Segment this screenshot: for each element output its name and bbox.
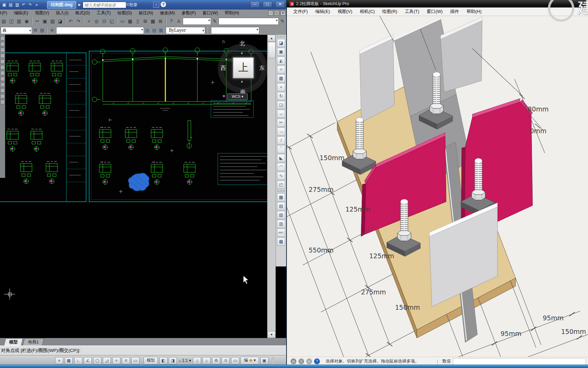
- acad-menu-插入(I)[interactable]: 插入(I): [52, 10, 72, 16]
- sketchup-viewport[interactable]: 80mm0mm150mm275mm125mm550mm125mm275mm150…: [287, 16, 588, 357]
- annotation-visibility-icon[interactable]: ◬: [202, 357, 211, 364]
- sketchup-menu-视图(V)[interactable]: 视图(V): [334, 9, 356, 15]
- toolbar-icon[interactable]: ?: [168, 17, 175, 25]
- toolbar-icon[interactable]: ▩: [149, 17, 156, 25]
- toolbar-icon[interactable]: ◎: [93, 17, 100, 25]
- draworder-tool-icon[interactable]: ▦: [277, 237, 285, 246]
- search-input[interactable]: [83, 2, 126, 8]
- annotate-icon[interactable]: ✎: [279, 17, 286, 25]
- docked-toolbar[interactable]: [0, 35, 5, 178]
- qat-icon[interactable]: ▥: [14, 2, 20, 8]
- status-toggle-icon[interactable]: ∟: [74, 357, 82, 364]
- draworder-tool-icon[interactable]: ▩: [277, 193, 285, 201]
- modify-tool-icon[interactable]: ↔: [277, 110, 285, 118]
- acad-menu-视图(V)[interactable]: 视图(V): [32, 10, 53, 16]
- modify-tool-icon[interactable]: ∿: [277, 172, 285, 180]
- modify-tool-icon[interactable]: ▣: [277, 48, 285, 56]
- layer-state-icon[interactable]: ▨: [151, 27, 158, 34]
- acad-menu-窗口(W)[interactable]: 窗口(W): [199, 10, 221, 16]
- toolbar-icon[interactable]: ▯: [134, 17, 141, 25]
- toolbar-icon[interactable]: ✂: [34, 17, 40, 25]
- mdi-restore-button[interactable]: ◱: [274, 11, 279, 16]
- gear-icon[interactable]: ⚙: [212, 357, 220, 364]
- toolbar-icon[interactable]: ▥: [16, 17, 22, 25]
- doctab-arrow-icon[interactable]: ▶: [78, 3, 81, 6]
- acad-menu-工具(T)[interactable]: 工具(T): [93, 10, 114, 16]
- status-toggle-icon[interactable]: ▦: [65, 357, 73, 364]
- help-icon[interactable]: ?: [161, 2, 166, 7]
- acad-menu-修改(M)[interactable]: 修改(M): [157, 10, 178, 16]
- scroll-up-button[interactable]: ▲: [267, 35, 276, 42]
- tab-布局1[interactable]: 布局1: [22, 338, 44, 346]
- draworder-tool-icon[interactable]: ▧: [277, 211, 285, 219]
- status-icon[interactable]: ?: [314, 358, 320, 364]
- maximize-button[interactable]: □: [263, 1, 272, 8]
- toolbar-icon[interactable]: ▦: [127, 17, 133, 25]
- alert-icon[interactable]: !: [153, 2, 159, 8]
- toolbar-icon[interactable]: ▧: [49, 17, 56, 25]
- modify-tool-icon[interactable]: ◣: [277, 154, 285, 162]
- layer-properties-icon[interactable]: ≋: [49, 27, 55, 34]
- modify-tool-icon[interactable]: ↻: [277, 92, 285, 100]
- draworder-tool-icon[interactable]: ABC: [277, 229, 285, 237]
- status-toggle-icon[interactable]: ≡: [122, 357, 130, 364]
- annotation-visibility-icon[interactable]: ◬: [193, 357, 201, 364]
- sketchup-menu-文件(F)[interactable]: 文件(F): [290, 9, 312, 15]
- modify-tool-icon[interactable]: ⌒: [277, 145, 285, 153]
- doc-icon[interactable]: ▤: [39, 27, 46, 34]
- modify-tool-icon[interactable]: ✂: [277, 119, 285, 127]
- toolbar-icon[interactable]: ⊞: [142, 17, 149, 25]
- color-dropdown[interactable]: ByLayer: [166, 27, 205, 34]
- application-status-icon[interactable]: ▣: [260, 357, 268, 364]
- annotation-monitor[interactable]: 编 ◉ ▾: [241, 357, 259, 365]
- status-toggle-icon[interactable]: ⌖: [55, 357, 63, 364]
- layout-icon[interactable]: ◧: [159, 357, 167, 364]
- sketchup-menu-插件[interactable]: 插件: [446, 9, 463, 15]
- acad-menu-绘图(D)[interactable]: 绘图(D): [114, 10, 135, 16]
- workspace-dropdown[interactable]: [183, 18, 211, 25]
- document-tab[interactable]: 结构图.dwg: [47, 1, 76, 9]
- cleanscreen-icon[interactable]: ▭: [231, 357, 239, 364]
- text-style-icon[interactable]: A: [175, 17, 182, 25]
- toolbar-icon[interactable]: ⊡: [101, 17, 108, 25]
- toolbar-icon[interactable]: ⊠: [157, 17, 164, 25]
- qat-icon[interactable]: ▣: [1, 2, 7, 8]
- pencil-icon[interactable]: ✎: [211, 17, 218, 25]
- style-dropdown[interactable]: 典: [1, 27, 32, 34]
- toolbar-icon[interactable]: ▭: [119, 17, 126, 25]
- modify-tool-icon[interactable]: ◪: [277, 39, 285, 47]
- sketchup-menu-绘图(R)[interactable]: 绘图(R): [378, 9, 401, 15]
- modify-tool-icon[interactable]: /: [277, 136, 285, 144]
- toolbar-icon[interactable]: ◫: [8, 17, 15, 25]
- layout-icon[interactable]: ◨: [169, 357, 177, 364]
- acad-menu-编辑(E)[interactable]: 编辑(E): [11, 10, 32, 16]
- layer-state-icon[interactable]: ▦: [158, 27, 164, 34]
- toolbar-icon[interactable]: ▣: [42, 17, 48, 25]
- acad-menu-标注(N)[interactable]: 标注(N): [135, 10, 157, 16]
- modify-tool-icon[interactable]: →: [277, 127, 285, 136]
- sketchup-menu-帮助(H)[interactable]: 帮助(H): [463, 9, 485, 15]
- qat-icon[interactable]: ↷: [27, 2, 33, 8]
- modify-tool-icon[interactable]: ◠: [277, 163, 285, 171]
- draworder-tool-icon[interactable]: ▥: [277, 220, 285, 228]
- qat-icon[interactable]: ▤: [8, 2, 14, 8]
- minimize-button[interactable]: ─: [250, 1, 260, 8]
- modify-tool-icon[interactable]: ◭: [277, 57, 285, 65]
- modify-tool-icon[interactable]: +: [277, 83, 285, 91]
- toolbar-icon[interactable]: +: [85, 17, 92, 25]
- vertical-scrollbar[interactable]: ▲ ▼: [267, 35, 276, 338]
- modify-tool-icon[interactable]: ≈: [277, 65, 285, 74]
- status-toggle-icon[interactable]: ∠: [84, 357, 92, 364]
- toolbar-icon[interactable]: ↷: [75, 17, 82, 25]
- modify-tool-icon[interactable]: ◲: [277, 101, 285, 109]
- sketchup-menu-编辑(E)[interactable]: 编辑(E): [312, 9, 334, 15]
- autocad-drawing-area[interactable]: ⌂ ↻ 北 南 西 东 ▾ ▴ 上 WCS ▾ ▲ ▼ ◪▣◭≈▦+↻◲↔✂→/…: [0, 35, 286, 338]
- modify-tool-icon[interactable]: ▦: [277, 74, 285, 82]
- status-icon[interactable]: ☺: [306, 358, 312, 364]
- gear-icon[interactable]: ⚙: [32, 27, 39, 34]
- toolbar-icon[interactable]: ◪: [56, 17, 63, 25]
- toolbar-icon[interactable]: ◉: [23, 17, 30, 25]
- login-button[interactable]: 登录: [129, 2, 137, 8]
- scroll-thumb[interactable]: [268, 42, 276, 58]
- toolbar-icon[interactable]: ↶: [67, 17, 74, 25]
